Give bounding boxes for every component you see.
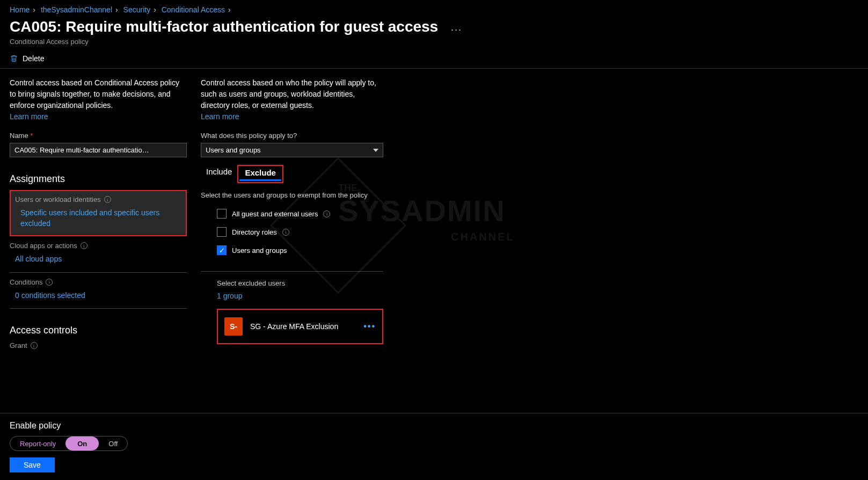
group-count-link[interactable]: 1 group [217, 292, 242, 300]
name-label: Name [10, 132, 187, 140]
info-icon[interactable] [104, 196, 111, 203]
name-input[interactable]: CA005: Require multi-factor authenticati… [10, 143, 187, 157]
tab-include[interactable]: Include [201, 165, 237, 179]
include-exclude-tabs: Include Exclude [201, 165, 383, 183]
info-icon[interactable] [46, 279, 53, 286]
toolbar: Delete [0, 51, 868, 69]
assignment-apps-label: Cloud apps or actions [10, 242, 77, 250]
checkbox-roles-label: Directory roles [232, 228, 277, 236]
delete-button[interactable]: Delete [10, 54, 44, 63]
assignments-title: Assignments [10, 173, 187, 185]
group-more-button[interactable]: ••• [363, 322, 376, 331]
assignment-conditions[interactable]: Conditions 0 conditions selected [10, 273, 187, 309]
right-column: Control access based on who the policy w… [201, 77, 383, 425]
left-description: Control access based on Conditional Acce… [10, 77, 187, 111]
left-column: Control access based on Conditional Acce… [10, 77, 187, 425]
chevron-down-icon [373, 149, 378, 152]
assignment-cond-label: Conditions [10, 278, 42, 286]
toggle-on[interactable]: On [65, 437, 99, 450]
checkbox-users-groups[interactable] [217, 245, 227, 255]
assignment-apps-value[interactable]: All cloud apps [10, 254, 187, 265]
assignment-users-value[interactable]: Specific users included and specific use… [15, 208, 181, 229]
apply-to-value: Users and groups [206, 146, 261, 154]
info-icon[interactable] [81, 242, 87, 249]
more-button[interactable]: ··· [451, 24, 462, 35]
checkbox-guests[interactable] [217, 209, 227, 219]
learn-more-right[interactable]: Learn more [201, 112, 239, 121]
footer: Enable policy Report-only On Off Save [0, 413, 868, 480]
assignment-users-label: Users or workload identities [15, 195, 101, 203]
enable-policy-toggle[interactable]: Report-only On Off [10, 436, 128, 451]
apply-to-label: What does this policy apply to? [201, 132, 383, 140]
breadcrumb-home[interactable]: Home [10, 5, 30, 14]
save-button[interactable]: Save [10, 457, 55, 472]
assignment-apps[interactable]: Cloud apps or actions All cloud apps [10, 236, 187, 273]
excluded-users-label: Select excluded users [217, 279, 383, 287]
toggle-off[interactable]: Off [99, 437, 127, 450]
learn-more-left[interactable]: Learn more [10, 112, 48, 121]
enable-policy-label: Enable policy [10, 421, 858, 431]
delete-label: Delete [23, 54, 44, 63]
access-controls-title: Access controls [10, 325, 187, 336]
page-header: CA005: Require multi-factor authenticati… [0, 14, 868, 38]
exclude-description: Select the users and groups to exempt fr… [201, 191, 383, 200]
assignment-users[interactable]: Users or workload identities Specific us… [10, 190, 187, 236]
checkbox-roles[interactable] [217, 227, 227, 237]
breadcrumb-security[interactable]: Security [123, 5, 151, 14]
page-title: CA005: Require multi-factor authenticati… [10, 18, 438, 35]
toggle-report-only[interactable]: Report-only [10, 437, 65, 450]
breadcrumb-tenant[interactable]: theSysadminChannel [41, 5, 112, 14]
grant-label: Grant [10, 341, 27, 350]
tab-exclude[interactable]: Exclude [237, 165, 283, 183]
checkbox-users-label: Users and groups [232, 246, 287, 254]
info-icon[interactable] [282, 229, 289, 236]
breadcrumb-ca[interactable]: Conditional Access [162, 5, 225, 14]
apply-to-select[interactable]: Users and groups [201, 143, 383, 157]
tab-exclude-label: Exclude [239, 167, 281, 181]
trash-icon [10, 54, 18, 63]
group-avatar: S- [224, 317, 243, 336]
page-subtitle: Conditional Access policy [0, 38, 868, 51]
assignment-cond-value[interactable]: 0 conditions selected [10, 290, 187, 301]
breadcrumb: Home theSysadminChannel Security Conditi… [0, 0, 868, 14]
right-description: Control access based on who the policy w… [201, 77, 383, 111]
group-name: SG - Azure MFA Exclusion [250, 322, 356, 331]
info-icon[interactable] [323, 210, 330, 217]
excluded-group-card[interactable]: S- SG - Azure MFA Exclusion ••• [217, 309, 383, 344]
info-icon[interactable] [31, 342, 38, 349]
checkbox-guests-label: All guest and external users [232, 210, 318, 218]
